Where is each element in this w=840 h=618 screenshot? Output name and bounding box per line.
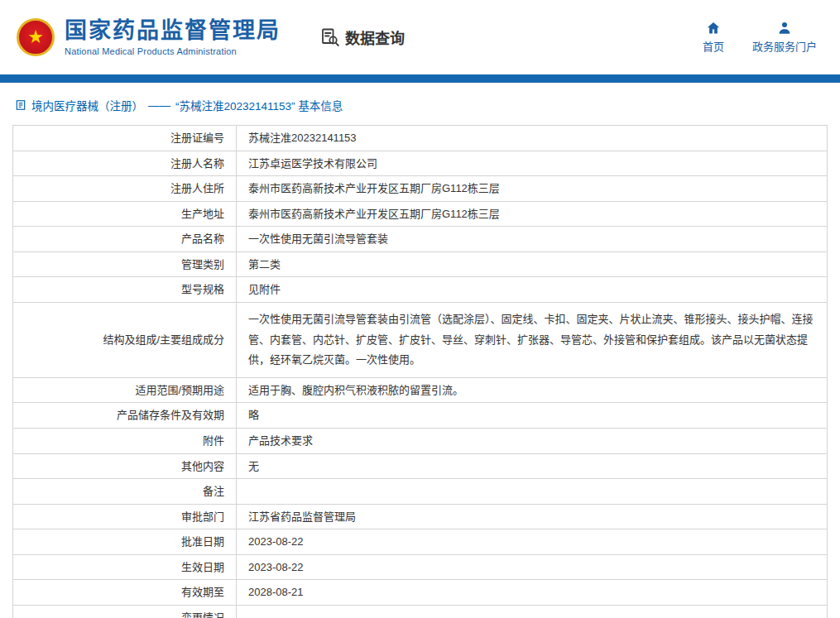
nav-data-query-label: 数据查询 xyxy=(345,26,405,48)
site-logo-block: ★ 国家药品监督管理局 National Medical Products Ad… xyxy=(17,18,281,56)
table-row: 型号规格见附件 xyxy=(13,277,828,303)
home-icon xyxy=(705,21,722,36)
row-value: 无 xyxy=(237,453,828,479)
page-title: “苏械注准20232141153” 基本信息 xyxy=(175,97,343,113)
breadcrumb: 境内医疗器械（注册） —— “苏械注准20232141153” 基本信息 xyxy=(0,83,840,123)
row-value xyxy=(237,479,828,505)
row-label: 备注 xyxy=(13,479,237,505)
registration-info-panel: 注册证编号苏械注准20232141153注册人名称江苏卓运医学技术有限公司注册人… xyxy=(0,123,840,618)
row-value: 江苏卓运医学技术有限公司 xyxy=(237,151,828,176)
row-label: 生产地址 xyxy=(13,201,237,227)
row-label: 结构及组成/主要组成成分 xyxy=(13,302,237,377)
row-label: 生效日期 xyxy=(13,554,237,580)
row-value: 一次性使用无菌引流导管套装 xyxy=(237,227,828,252)
national-emblem-logo: ★ xyxy=(17,18,55,56)
row-value: 见附件 xyxy=(237,277,828,303)
table-row: 生效日期2023-08-22 xyxy=(13,554,828,580)
nav-data-query[interactable]: 数据查询 xyxy=(320,26,405,48)
registration-info-table: 注册证编号苏械注准20232141153注册人名称江苏卓运医学技术有限公司注册人… xyxy=(12,125,828,618)
org-name-en: National Medical Products Administration xyxy=(65,46,281,56)
row-value: 2023-08-22 xyxy=(237,529,828,555)
row-value xyxy=(237,605,828,618)
nav-portal-label: 政务服务门户 xyxy=(752,38,817,54)
table-row: 管理类别第二类 xyxy=(13,252,828,277)
row-label: 其他内容 xyxy=(13,453,237,479)
row-label: 有效期至 xyxy=(13,580,237,606)
table-row: 附件产品技术要求 xyxy=(13,428,828,453)
org-titles: 国家药品监督管理局 National Medical Products Admi… xyxy=(65,18,281,56)
user-icon xyxy=(776,21,793,36)
row-value: 苏械注准20232141153 xyxy=(237,126,828,151)
row-label: 产品储存条件及有效期 xyxy=(13,403,237,429)
row-value: 略 xyxy=(237,403,828,429)
row-label: 型号规格 xyxy=(13,277,237,303)
breadcrumb-section[interactable]: 境内医疗器械（注册） xyxy=(31,97,143,113)
nav-home[interactable]: 首页 xyxy=(703,21,724,54)
row-value: 产品技术要求 xyxy=(237,428,828,453)
table-row: 注册人名称江苏卓运医学技术有限公司 xyxy=(13,151,828,176)
data-query-icon xyxy=(320,27,340,47)
row-value: 适用于胸、腹腔内积气积液积脓的留置引流。 xyxy=(237,377,828,403)
row-value: 2028-08-21 xyxy=(237,580,828,606)
table-row: 有效期至2028-08-21 xyxy=(13,580,828,606)
breadcrumb-separator: —— xyxy=(148,99,170,112)
table-row: 产品名称一次性使用无菌引流导管套装 xyxy=(13,227,828,252)
table-row: 批准日期2023-08-22 xyxy=(13,529,828,555)
document-icon xyxy=(15,99,26,111)
nav-portal[interactable]: 政务服务门户 xyxy=(752,21,817,54)
header-divider-bar xyxy=(0,74,840,83)
row-label: 注册证编号 xyxy=(13,126,237,151)
row-value: 江苏省药品监督管理局 xyxy=(237,504,828,529)
row-value: 2023-08-22 xyxy=(237,554,828,580)
row-label: 产品名称 xyxy=(13,227,237,252)
org-name-cn: 国家药品监督管理局 xyxy=(65,18,281,44)
table-row: 备注 xyxy=(13,479,828,505)
table-row: 注册证编号苏械注准20232141153 xyxy=(13,126,828,151)
table-row: 其他内容无 xyxy=(13,453,828,479)
table-row: 注册人住所泰州市医药高新技术产业开发区五期厂房G112栋三层 xyxy=(13,176,828,202)
emblem-star-icon: ★ xyxy=(27,28,44,46)
row-value: 泰州市医药高新技术产业开发区五期厂房G112栋三层 xyxy=(237,176,828,202)
table-row: 审批部门江苏省药品监督管理局 xyxy=(13,504,828,529)
row-label: 附件 xyxy=(13,428,237,453)
table-row: 生产地址泰州市医药高新技术产业开发区五期厂房G112栋三层 xyxy=(13,201,828,227)
row-value: 第二类 xyxy=(237,252,828,277)
row-label: 注册人住所 xyxy=(13,176,237,202)
site-header: ★ 国家药品监督管理局 National Medical Products Ad… xyxy=(0,0,840,74)
header-right-nav: 首页 政务服务门户 xyxy=(703,21,817,54)
row-label: 管理类别 xyxy=(13,252,237,277)
row-label: 适用范围/预期用途 xyxy=(13,377,237,403)
row-value: 一次性使用无菌引流导管套装由引流管（选配涂层）、固定线、卡扣、固定夹、片状止流夹… xyxy=(237,302,828,377)
row-label: 注册人名称 xyxy=(13,151,237,176)
info-table-body: 注册证编号苏械注准20232141153注册人名称江苏卓运医学技术有限公司注册人… xyxy=(13,126,828,618)
table-row: 产品储存条件及有效期略 xyxy=(13,403,828,429)
row-label: 批准日期 xyxy=(13,529,237,555)
table-row: 适用范围/预期用途适用于胸、腹腔内积气积液积脓的留置引流。 xyxy=(13,377,828,403)
table-row: 变更情况 xyxy=(13,605,828,618)
nav-home-label: 首页 xyxy=(703,38,724,54)
table-row: 结构及组成/主要组成成分一次性使用无菌引流导管套装由引流管（选配涂层）、固定线、… xyxy=(13,302,828,377)
row-label: 变更情况 xyxy=(13,605,237,618)
row-label: 审批部门 xyxy=(13,504,237,529)
row-value: 泰州市医药高新技术产业开发区五期厂房G112栋三层 xyxy=(237,201,828,227)
